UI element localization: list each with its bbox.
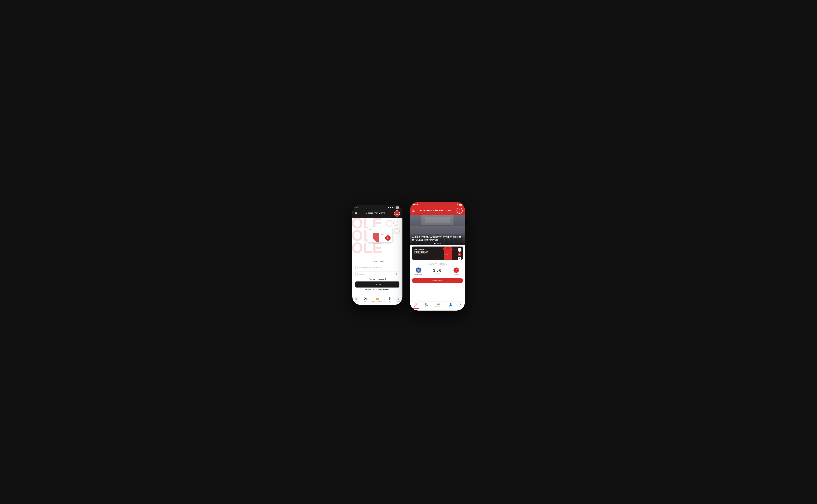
- nav-item-shop-left[interactable]: 🛍 Shop: [397, 297, 400, 303]
- password-field[interactable]: Passwort 👁: [355, 271, 399, 277]
- nav-label-tickets-left: MEINE TICKETS: [372, 301, 382, 302]
- scene: 15:32 ▲▲▲ ≈ ▓▓ ☰ MEINE TICKETS F95 OLE O…: [323, 193, 494, 311]
- hero-headline: AUFSICHTSRAT-KANDIDATEN STELLEN SICH IM …: [412, 236, 463, 241]
- nav-label-news-left: News: [355, 301, 358, 302]
- shop-icon-left: 🛍: [397, 297, 399, 300]
- nav-label-shop-right: Shop: [459, 306, 462, 308]
- svg-text:AOK: AOK: [445, 254, 448, 255]
- news-icon-left: 📰: [355, 297, 358, 300]
- svg-point-3: [394, 228, 399, 233]
- ticket-card: 95 TAGESKARTE F95: [367, 227, 392, 242]
- top-bar-title-left: MEINE TICKETS: [366, 212, 386, 215]
- portal-icon-left: 👤: [388, 297, 391, 300]
- phone-left-screen: 15:32 ▲▲▲ ≈ ▓▓ ☰ MEINE TICKETS F95 OLE O…: [352, 205, 402, 305]
- tickets-icon-right: 🎫: [437, 303, 440, 306]
- tickets-hero: OLE OLE OLE 95 TAGESKARTE F95: [352, 218, 402, 259]
- ole-text-3: OLE: [352, 240, 382, 255]
- dot-2: [435, 243, 436, 244]
- hero-dots: [410, 243, 465, 244]
- nav-item-shop-right[interactable]: 🛍 Shop: [459, 303, 462, 309]
- status-bar-right: 15:45 ▲▲▲ ≈ ▓▓: [410, 202, 465, 206]
- hero-image: AUFSICHTSRAT-KANDIDATEN STELLEN SICH IM …: [410, 215, 465, 245]
- gaming-banner[interactable]: F95 GAMING TRIKOT 2023/24 +LIMITIERTE ED…: [412, 247, 463, 260]
- dot-5: [440, 243, 441, 244]
- match-date: Di., 31. Oktober 2023 | 20:45: [428, 264, 447, 266]
- forgot-password-link[interactable]: Passwort vergessen?: [355, 278, 399, 280]
- gaming-line2: TRIKOT 2023/24: [414, 251, 428, 253]
- signal-icon-right: ▲▲▲: [450, 203, 456, 206]
- nav-label-live-left: Live: [364, 301, 367, 302]
- dot-3: [437, 243, 438, 244]
- nav-item-tickets-left[interactable]: 🎫 MEINE TICKETS: [372, 297, 382, 303]
- top-bar-left: ☰ MEINE TICKETS F95: [352, 209, 402, 218]
- ticket-shape: [371, 233, 379, 242]
- nav-item-tickets-right[interactable]: 🎫 Meine Tickets: [434, 303, 443, 309]
- score-block: 3 : 6 (1 : 0): [433, 268, 441, 275]
- logo-right: F95: [456, 208, 463, 214]
- svg-point-1: [394, 221, 398, 226]
- match-section: DFB-Pokal | 2. Runde Di., 31. Oktober 20…: [410, 261, 465, 277]
- ticket-logo: F95: [385, 235, 391, 241]
- logo-left: F95: [394, 210, 400, 216]
- news-icon-right: 📰: [414, 303, 418, 306]
- team-away-info: F 95 Fortuna: [450, 267, 463, 275]
- ticket-label: TAGESKARTE: [381, 234, 391, 235]
- gaming-text: F95 GAMING TRIKOT 2023/24 +LIMITIERTE ED…: [414, 248, 428, 255]
- svg-point-0: [386, 220, 392, 226]
- team-home-badge: SV: [415, 267, 422, 273]
- wifi-icon-right: ≈: [457, 203, 458, 206]
- nav-item-news-left[interactable]: 📰 News: [355, 297, 358, 303]
- register-link[interactable]: JETZT REGISTRIEREN!: [373, 289, 389, 290]
- phone-left: 15:32 ▲▲▲ ≈ ▓▓ ☰ MEINE TICKETS F95 OLE O…: [352, 205, 402, 305]
- fortuna-crest: F 95: [454, 268, 459, 273]
- phone-right-screen: 15:45 ▲▲▲ ≈ ▓▓ ☰ FORTUNA DÜSSELDORF F95: [410, 202, 465, 311]
- wifi-icon: ≈: [394, 206, 395, 209]
- svg-text:F: F: [456, 269, 456, 270]
- extra-badge: 🎮: [458, 257, 461, 260]
- live-icon-right: ⚽: [425, 303, 428, 306]
- email-field[interactable]: E-Mail-Adresse / Benutzername: [355, 265, 399, 270]
- match-competition: DFB-Pokal | 2. Runde: [430, 262, 445, 264]
- nav-active-indicator-right: [413, 308, 419, 309]
- gaming-jersey-svg: AOK: [442, 247, 453, 260]
- battery-icon: ▓▓: [396, 206, 399, 209]
- nav-label-live-right: Live: [425, 306, 428, 308]
- nav-label-portal-right: Portal: [449, 306, 452, 308]
- team-home-info: SV Unterhaching: [412, 267, 425, 275]
- battery-icon-right: ▓▓: [459, 203, 462, 206]
- nav-item-portal-left[interactable]: 👤 Portal: [388, 297, 391, 303]
- svg-point-24: [454, 268, 459, 273]
- phone-right: 15:45 ▲▲▲ ≈ ▓▓ ☰ FORTUNA DÜSSELDORF F95: [410, 202, 465, 311]
- nav-item-live-right[interactable]: ⚽ Live: [425, 303, 428, 309]
- svg-text:SV: SV: [418, 270, 419, 271]
- status-time-right: 15:45: [413, 203, 418, 206]
- nav-item-news-right[interactable]: 📰 News: [413, 303, 419, 309]
- email-placeholder: E-Mail-Adresse / Benutzername: [357, 267, 382, 268]
- nav-active-indicator: [374, 303, 380, 303]
- score-display: 3 : 6: [433, 268, 441, 273]
- login-form: E-Mail-Adresse / Benutzername Passwort 👁…: [352, 263, 402, 292]
- match-row: SV Unterhaching 3 : 6 (1 : 0): [412, 267, 463, 276]
- status-time-left: 15:32: [355, 206, 361, 209]
- show-password-icon[interactable]: 👁: [395, 273, 397, 275]
- tickets-icon-left: 🎫: [376, 297, 379, 300]
- nav-item-portal-right[interactable]: 👤 Portal: [449, 303, 452, 309]
- unterhaching-crest: SV: [416, 268, 421, 273]
- hamburger-icon-right[interactable]: ☰: [412, 209, 415, 212]
- offline-tickets-label: Offline Tickets: [352, 259, 402, 263]
- nav-item-live-left[interactable]: ⚽ Live: [364, 297, 367, 303]
- ticket-num: 95: [369, 229, 371, 231]
- dot-1: [434, 243, 435, 244]
- password-placeholder: Passwort: [357, 273, 364, 275]
- status-icons-left: ▲▲▲ ≈ ▓▓: [388, 206, 399, 209]
- bottom-nav-right: 📰 News ⚽ Live 🎫 Meine Tickets 👤 Portal: [410, 301, 465, 311]
- hamburger-icon-left[interactable]: ☰: [355, 212, 357, 215]
- login-button[interactable]: LOGIN: [355, 281, 399, 288]
- spielbericht-button[interactable]: Spielbericht: [412, 278, 463, 283]
- team-away-badge: F 95: [453, 267, 459, 273]
- adidas-badge: adi: [458, 248, 461, 252]
- live-icon-left: ⚽: [364, 297, 367, 300]
- gaming-edition: +LIMITIERTE EDITION: [414, 253, 428, 255]
- nav-label-shop-left: Shop: [397, 301, 400, 302]
- gaming-line1: F95 GAMING: [414, 248, 428, 251]
